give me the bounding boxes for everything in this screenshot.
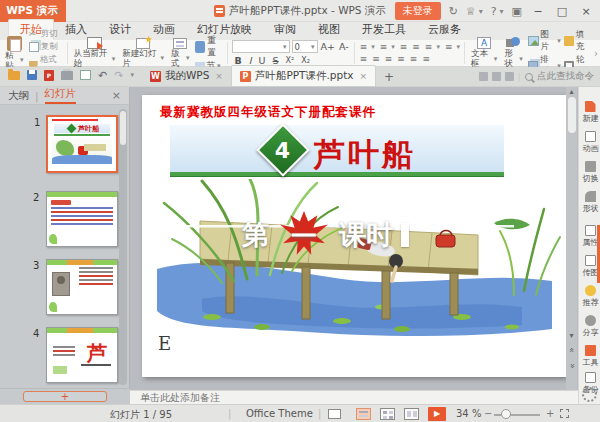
font-size-select[interactable]: 0▾ xyxy=(292,40,318,53)
zoom-out-button[interactable]: − xyxy=(484,408,492,419)
close-button[interactable]: × xyxy=(578,5,594,18)
editing-canvas[interactable]: 最新冀教版四年级语文下册配套课件 4 芦叶船 xyxy=(130,87,578,390)
slide-sorter-view-button[interactable] xyxy=(380,408,395,420)
text-box-button[interactable]: A 文本框▾ xyxy=(469,37,499,69)
new-slide-button[interactable]: 新建幻灯片▾ xyxy=(120,38,166,69)
theme-name[interactable]: Office Theme xyxy=(246,408,313,419)
slide-thumbnail-4[interactable]: 4 芦 xyxy=(46,327,118,383)
fit-slide-button[interactable] xyxy=(560,409,569,418)
sidebar-item-share[interactable]: 分享 xyxy=(579,315,600,339)
doc-tab-current[interactable]: P 芦叶船PPT课件.pptx × xyxy=(231,65,376,86)
picture-button[interactable]: 图片▾ xyxy=(528,29,561,53)
next-slide-button[interactable]: « xyxy=(566,361,577,371)
align-left-button[interactable]: ≡ xyxy=(359,54,368,64)
text-direction-button[interactable]: ≡ xyxy=(424,42,433,52)
slide-editor[interactable]: 最新冀教版四年级语文下册配套课件 4 芦叶船 xyxy=(142,95,566,377)
save-icon[interactable] xyxy=(27,70,37,80)
feedback-icon[interactable] xyxy=(505,72,514,81)
canvas-scrollbar[interactable]: ▴ ▾ « « xyxy=(566,87,577,390)
increase-indent-button[interactable]: ≡ xyxy=(411,42,420,52)
sidebar-item-tools[interactable]: 工具 xyxy=(579,345,600,369)
previous-slide-button[interactable]: « xyxy=(566,345,577,355)
tab-view[interactable]: 视图 xyxy=(307,20,351,40)
close-tab-icon[interactable]: × xyxy=(215,71,223,81)
align-right-button[interactable]: ≡ xyxy=(384,54,393,64)
command-search[interactable]: 点此查找命令 xyxy=(537,70,594,83)
docs-icon[interactable] xyxy=(492,72,501,81)
switch-window-icon[interactable]: ▣ xyxy=(512,5,522,18)
notes-area[interactable]: 单击此处添加备注 xyxy=(130,390,578,404)
font-name-select[interactable]: ▾ xyxy=(232,40,290,53)
doc-tab-home[interactable]: W 我的WPS × xyxy=(142,66,231,86)
justify-button[interactable]: ≡ xyxy=(396,54,405,64)
sidebar-item-new[interactable]: 新建 xyxy=(579,101,600,125)
add-slide-button[interactable]: + xyxy=(23,391,107,402)
premium-icon[interactable]: ♕ xyxy=(466,5,476,18)
line-spacing-button[interactable]: ≡ xyxy=(444,42,453,52)
slide-thumbnail-2[interactable]: 2 xyxy=(46,191,118,247)
session-text[interactable]: 第 一 课时 xyxy=(242,211,409,259)
tab-cloud[interactable]: 云服务 xyxy=(417,20,472,40)
minimize-button[interactable]: ─ xyxy=(530,5,546,18)
slide-title-text[interactable]: 芦叶船 xyxy=(314,134,416,176)
print-preview-icon[interactable] xyxy=(80,70,91,80)
gear-icon[interactable] xyxy=(582,387,597,402)
distribute-button[interactable]: ≡ xyxy=(409,54,418,64)
sidebar-item-animation[interactable]: 动画 xyxy=(579,131,600,155)
panel-scrollbar[interactable] xyxy=(119,109,127,385)
new-tab-button[interactable]: + xyxy=(376,70,402,86)
tab-review[interactable]: 审阅 xyxy=(263,20,307,40)
numbering-button[interactable]: ≡ xyxy=(379,42,388,52)
open-file-icon[interactable] xyxy=(8,71,20,80)
tab-outline[interactable]: 大纲 xyxy=(8,89,29,103)
print-icon[interactable] xyxy=(61,71,73,80)
reading-view-button[interactable] xyxy=(404,408,419,420)
help-icon[interactable]: ? xyxy=(491,5,497,18)
zoom-slider-knob[interactable] xyxy=(501,409,511,419)
scroll-down-icon[interactable]: ▾ xyxy=(566,331,577,340)
superscript-button[interactable]: X² xyxy=(285,56,296,65)
columns-button[interactable]: ≡ xyxy=(421,54,430,64)
scroll-up-icon[interactable]: ▴ xyxy=(566,87,577,96)
play-from-current-button[interactable]: 从当前开始▾ xyxy=(72,37,118,69)
align-center-button[interactable]: ≡ xyxy=(371,54,380,64)
cut-button[interactable]: ✂剪切 xyxy=(29,28,63,40)
stray-character[interactable]: E xyxy=(158,333,171,354)
bullets-button[interactable]: ≡ xyxy=(359,42,368,52)
wps-home-icon: W xyxy=(150,71,161,82)
zoom-in-button[interactable]: + xyxy=(546,408,554,419)
layout-button[interactable]: 版式▾ xyxy=(169,38,192,69)
sidebar-item-recommend[interactable]: 推荐 xyxy=(579,285,600,309)
subscript-button[interactable]: X₂ xyxy=(300,56,311,65)
ribbon-expand-chevron[interactable]: › xyxy=(594,48,600,59)
slide-caption-text[interactable]: 最新冀教版四年级语文下册配套课件 xyxy=(160,104,376,121)
sidebar-item-transition[interactable]: 切换 xyxy=(579,161,600,185)
normal-view-button[interactable] xyxy=(356,408,371,420)
grow-font-button[interactable]: A+ xyxy=(320,41,336,52)
copy-button[interactable]: 复制 xyxy=(29,41,63,53)
slide-thumbnail-3[interactable]: 3 xyxy=(46,259,118,315)
reset-button[interactable]: 重置 xyxy=(195,35,223,59)
maximize-button[interactable]: □ xyxy=(554,5,570,18)
decrease-indent-button[interactable]: ≡ xyxy=(399,42,408,52)
login-button[interactable]: 未登录 xyxy=(395,2,441,20)
sync-icon[interactable]: ↻ xyxy=(449,5,458,18)
fill-button[interactable]: 填充 xyxy=(564,29,591,53)
tab-slides[interactable]: 幻灯片 xyxy=(45,87,77,104)
redo-button[interactable]: ↷ xyxy=(114,69,123,82)
customize-toolbar-caret[interactable]: ▾ xyxy=(130,71,134,79)
close-panel-icon[interactable]: × xyxy=(112,89,121,102)
panel-scrollbar-thumb[interactable] xyxy=(120,111,126,145)
tab-developer[interactable]: 开发工具 xyxy=(351,20,417,40)
export-pdf-icon[interactable]: P xyxy=(44,70,54,81)
notes-toggle-icon[interactable] xyxy=(328,409,341,419)
sidebar-item-shapes[interactable]: 形状 xyxy=(579,191,600,215)
shapes-button[interactable]: 形状▾ xyxy=(502,37,525,69)
assistant-icon[interactable] xyxy=(479,72,488,81)
undo-button[interactable]: ↶ xyxy=(98,69,107,82)
slide-thumbnail-1[interactable]: 1 芦叶船 xyxy=(46,115,118,173)
slideshow-play-button[interactable]: ▶ xyxy=(428,407,446,421)
close-tab-icon[interactable]: × xyxy=(359,71,367,81)
canvas-scrollbar-thumb[interactable] xyxy=(568,97,576,133)
shrink-font-button[interactable]: A- xyxy=(338,41,350,52)
